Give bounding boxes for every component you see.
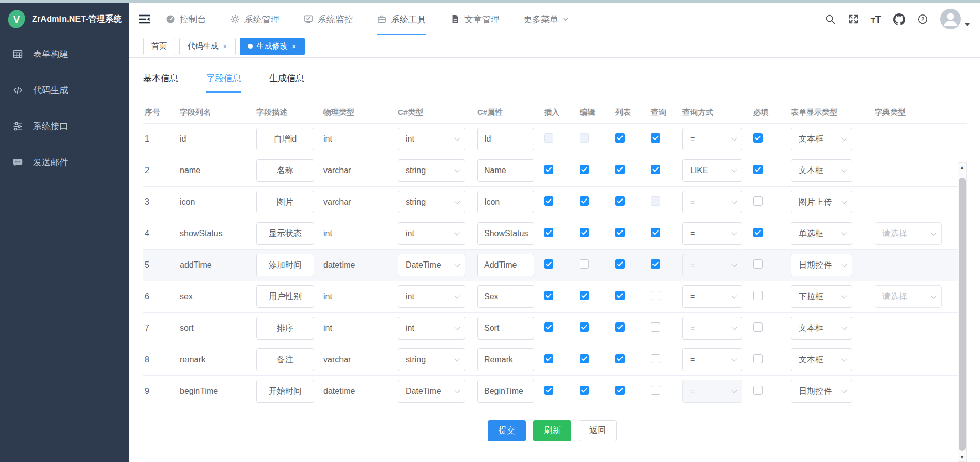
submit-button[interactable]: 提交 — [488, 420, 526, 441]
display-type-select[interactable]: 文本框 — [791, 348, 852, 371]
csharp-type-select[interactable]: int — [398, 317, 465, 340]
edit-checkbox[interactable] — [580, 165, 589, 174]
column-description-input[interactable]: 开始时间 — [256, 380, 314, 403]
list-checkbox[interactable] — [615, 354, 625, 363]
csharp-property-input[interactable]: Icon — [477, 191, 534, 213]
nav-item-system-monitor[interactable]: 系统监控 — [303, 3, 353, 35]
required-checkbox[interactable] — [753, 196, 763, 206]
insert-checkbox[interactable] — [544, 322, 553, 332]
column-description-input[interactable]: 显示状态 — [256, 222, 314, 245]
query-checkbox[interactable] — [651, 386, 660, 395]
query-checkbox[interactable] — [651, 165, 660, 174]
csharp-property-input[interactable]: ShowStatus — [477, 222, 534, 245]
required-checkbox[interactable] — [753, 165, 763, 174]
column-description-input[interactable]: 图片 — [256, 191, 314, 213]
dict-type-select[interactable]: 请选择 — [875, 222, 942, 245]
insert-checkbox[interactable] — [544, 259, 553, 269]
scroll-up-icon[interactable]: ▲ — [958, 163, 966, 172]
query-mode-select[interactable]: = — [682, 254, 742, 276]
column-description-input[interactable]: 自增id — [256, 128, 314, 150]
edit-checkbox[interactable] — [580, 386, 589, 395]
display-type-select[interactable]: 图片上传 — [791, 191, 852, 213]
insert-checkbox[interactable] — [544, 386, 553, 395]
edit-checkbox[interactable] — [580, 354, 589, 363]
csharp-type-select[interactable]: int — [398, 285, 465, 308]
nav-item-article-manage[interactable]: 文章管理 — [450, 3, 500, 35]
list-checkbox[interactable] — [615, 291, 625, 300]
search-icon[interactable] — [825, 13, 836, 25]
display-type-select[interactable]: 文本框 — [791, 159, 852, 182]
display-type-select[interactable]: 下拉框 — [791, 285, 852, 308]
required-checkbox[interactable] — [753, 386, 763, 395]
csharp-type-select[interactable]: int — [398, 128, 465, 150]
csharp-property-input[interactable]: AddTime — [477, 254, 534, 276]
edit-checkbox[interactable] — [580, 196, 589, 206]
tab-gen-info[interactable]: 生成信息 — [269, 72, 304, 93]
display-type-select[interactable]: 单选框 — [791, 222, 852, 245]
table-scrollbar[interactable]: ▲ ▼ — [958, 162, 967, 462]
dict-type-select[interactable]: 请选择 — [875, 285, 942, 308]
display-type-select[interactable]: 日期控件 — [791, 254, 852, 276]
nav-item-more-menu[interactable]: 更多菜单 — [523, 3, 569, 35]
list-checkbox[interactable] — [615, 259, 625, 269]
tab-basic-info[interactable]: 基本信息 — [143, 72, 178, 93]
required-checkbox[interactable] — [753, 354, 763, 363]
list-checkbox[interactable] — [615, 196, 625, 206]
query-mode-select[interactable]: = — [682, 285, 742, 308]
required-checkbox[interactable] — [753, 228, 763, 237]
column-description-input[interactable]: 用户性别 — [256, 285, 314, 308]
csharp-property-input[interactable]: Id — [477, 128, 534, 150]
csharp-property-input[interactable]: Sort — [477, 317, 534, 340]
insert-checkbox[interactable] — [544, 133, 553, 143]
insert-checkbox[interactable] — [544, 354, 553, 363]
insert-checkbox[interactable] — [544, 196, 553, 206]
required-checkbox[interactable] — [753, 133, 763, 143]
display-type-select[interactable]: 文本框 — [791, 128, 852, 150]
query-mode-select[interactable]: = — [682, 380, 742, 403]
scrollbar-thumb[interactable] — [959, 178, 966, 451]
csharp-type-select[interactable]: string — [398, 348, 465, 371]
query-mode-select[interactable]: LIKE — [682, 159, 742, 182]
query-mode-select[interactable]: = — [682, 128, 742, 150]
required-checkbox[interactable] — [753, 259, 763, 269]
refresh-button[interactable]: 刷新 — [533, 420, 571, 441]
close-icon[interactable]: × — [223, 42, 227, 50]
scroll-down-icon[interactable]: ▼ — [958, 453, 966, 461]
font-size-icon[interactable]: TT — [871, 14, 881, 24]
query-checkbox[interactable] — [651, 196, 660, 206]
tag-gen-edit[interactable]: 生成修改 × — [240, 38, 305, 55]
edit-checkbox[interactable] — [580, 322, 589, 332]
query-mode-select[interactable]: = — [682, 191, 742, 213]
sidebar-item-form-build[interactable]: 表单构建 — [0, 39, 129, 68]
required-checkbox[interactable] — [753, 291, 763, 300]
csharp-type-select[interactable]: int — [398, 222, 465, 245]
csharp-type-select[interactable]: string — [398, 191, 465, 213]
column-description-input[interactable]: 名称 — [256, 159, 314, 182]
tag-home[interactable]: 首页 — [143, 38, 175, 55]
tab-field-info[interactable]: 字段信息 — [206, 72, 241, 93]
display-type-select[interactable]: 日期控件 — [791, 380, 852, 403]
sidebar-collapse-button[interactable] — [138, 13, 151, 25]
fullscreen-icon[interactable] — [848, 13, 859, 25]
query-checkbox[interactable] — [651, 354, 660, 363]
insert-checkbox[interactable] — [544, 291, 553, 300]
edit-checkbox[interactable] — [580, 259, 589, 269]
close-icon[interactable]: × — [292, 42, 297, 50]
github-icon[interactable] — [893, 13, 905, 25]
nav-item-console[interactable]: 控制台 — [165, 3, 206, 35]
csharp-type-select[interactable]: string — [398, 159, 465, 182]
edit-checkbox[interactable] — [580, 291, 589, 300]
csharp-type-select[interactable]: DateTime — [398, 254, 465, 276]
edit-checkbox[interactable] — [580, 133, 589, 143]
query-checkbox[interactable] — [651, 133, 660, 143]
csharp-property-input[interactable]: BeginTime — [477, 380, 534, 403]
csharp-property-input[interactable]: Sex — [477, 285, 534, 308]
sidebar-item-system-api[interactable]: 系统接口 — [0, 112, 129, 141]
column-description-input[interactable]: 备注 — [256, 348, 314, 371]
query-mode-select[interactable]: = — [682, 317, 742, 340]
query-mode-select[interactable]: = — [682, 348, 742, 371]
list-checkbox[interactable] — [615, 322, 625, 332]
list-checkbox[interactable] — [615, 165, 625, 174]
sidebar-item-code-gen[interactable]: 代码生成 — [0, 75, 129, 104]
column-description-input[interactable]: 添加时间 — [256, 254, 314, 276]
